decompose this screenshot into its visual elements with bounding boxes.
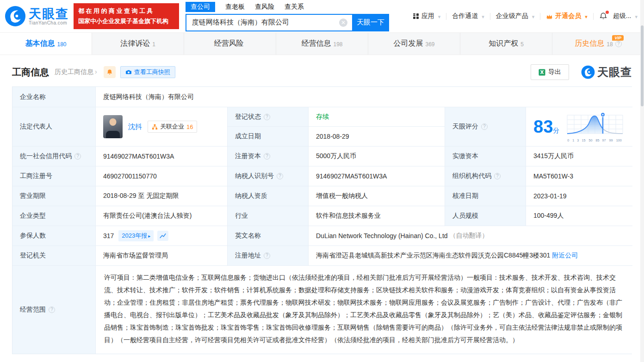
industry-value: 软件和信息技术服务业 <box>309 206 445 226</box>
scrollbar-thumb[interactable] <box>641 25 644 106</box>
watermark-text: 天眼查 <box>597 65 632 80</box>
legal-rep-avatar[interactable] <box>103 115 123 138</box>
tab-operating-risk[interactable]: 经营风险 <box>184 33 276 55</box>
crown-icon <box>546 13 553 19</box>
view-business-snapshot-button[interactable]: 查看工商快照 <box>120 66 175 78</box>
nav-vip[interactable]: 开通会员 <box>546 12 588 20</box>
chevron-down-icon <box>480 12 484 20</box>
company-name-label: 企业名称 <box>12 87 96 107</box>
tab-basic-info[interactable]: 基本信息180 <box>0 33 92 55</box>
search-tab-risk[interactable]: 查风险 <box>255 2 274 12</box>
approval-date-value: 2023-01-19 <box>526 186 632 206</box>
tianyancha-logo[interactable]: 天眼查 TianYanCha.com <box>5 6 69 27</box>
help-icon[interactable] <box>74 153 81 160</box>
taxpayer-id-value: 91469027MA5T601W3A <box>309 166 445 186</box>
tab-intellectual-property[interactable]: 知识产权5 <box>460 33 552 55</box>
detail-tabs: 基本信息180 法律诉讼1 经营风险 经营信息198 公司发展369 知识产权5… <box>0 32 644 55</box>
established-value: 2018-08-29 <box>309 127 445 147</box>
reg-authority-value: 海南省市场监督管理局 <box>96 246 228 266</box>
logo-domain: TianYanCha.com <box>29 20 69 25</box>
help-icon[interactable] <box>481 123 488 130</box>
logo-text: 天眼查 <box>29 7 69 20</box>
auto-translate-note: （自动翻译） <box>449 232 488 240</box>
paid-capital-label: 实缴资本 <box>445 147 526 166</box>
tab-history-info[interactable]: VIP 历史信息18 <box>552 33 644 55</box>
trend-chart-button[interactable] <box>157 231 168 241</box>
help-icon[interactable] <box>264 153 270 160</box>
search-tabs: 查公司 查老板 查风险 查关系 <box>186 1 389 13</box>
taxpayer-quality-label: 纳税人资质 <box>228 186 309 206</box>
notifications-bell[interactable] <box>599 12 607 20</box>
org-code-label: 组织机构代码 <box>445 166 526 186</box>
search-area: 查公司 查老板 查风险 查关系 天眼一下 <box>186 1 389 31</box>
help-icon[interactable] <box>615 41 622 47</box>
tab-business-info[interactable]: 经营信息198 <box>276 33 368 55</box>
taxpayer-quality-value: 增值税一般纳税人 <box>309 186 445 206</box>
org-code-value: MA5T601W-3 <box>526 166 632 186</box>
chevron-down-icon <box>633 12 638 20</box>
bell-icon <box>106 69 113 75</box>
history-business-info-link[interactable]: 历史工商信息 <box>55 68 97 76</box>
search-tab-boss[interactable]: 查老板 <box>225 2 245 12</box>
help-icon[interactable] <box>277 173 283 179</box>
nav-partner[interactable]: 合作通道 <box>452 12 484 20</box>
annual-report-badge[interactable]: 2023年报 <box>118 230 154 241</box>
staff-size-value: 100-499人 <box>526 206 632 226</box>
scrollbar <box>640 0 644 362</box>
english-name-value: DuLian Network Technology (Hainan) Co., … <box>309 226 632 246</box>
paid-capital-value: 3415万人民币 <box>526 147 632 166</box>
insured-count-value: 317 2023年报 <box>96 226 228 246</box>
business-scope-value: 许可项目：第二类增值电信业务；互联网信息服务；货物进出口（依法须经批准的项目，经… <box>96 266 632 354</box>
nav-apps[interactable]: 应用 <box>413 12 441 20</box>
help-icon[interactable] <box>494 173 501 179</box>
chevron-down-icon <box>531 12 535 20</box>
reg-authority-label: 登记机关 <box>12 246 96 266</box>
tab-legal-proceedings[interactable]: 法律诉讼1 <box>92 33 184 55</box>
company-type-value: 有限责任公司(港澳台法人独资) <box>96 206 228 226</box>
nav-enterprise[interactable]: 企业级产品 <box>496 12 535 20</box>
english-name-label: 英文名称 <box>228 226 309 246</box>
help-icon[interactable] <box>49 307 55 313</box>
chevron-down-icon <box>583 12 588 20</box>
nav-super-vip[interactable]: 超级... <box>613 12 638 20</box>
search-input[interactable] <box>186 14 352 31</box>
section-title: 工商信息 <box>12 66 49 79</box>
svg-text:X: X <box>540 69 544 75</box>
logo-swirl-icon <box>581 65 595 79</box>
search-button[interactable]: 天眼一下 <box>352 14 389 31</box>
company-name-value: 度链网络科技（海南）有限公司 <box>96 87 632 107</box>
export-button[interactable]: X 导出 <box>531 64 569 80</box>
business-info-table: 企业名称 度链网络科技（海南）有限公司 法定代表人 沈抖 关联企业 16 登记状… <box>12 86 632 354</box>
reg-number-label: 工商注册号 <box>12 166 96 186</box>
score-distribution-chart: 0131550859799100 <box>564 111 625 142</box>
insured-count-label: 参保人数 <box>12 226 96 246</box>
help-icon[interactable] <box>264 252 270 259</box>
approval-date-label: 核准日期 <box>445 186 526 206</box>
monitor-bell-button[interactable] <box>104 66 116 78</box>
staff-size-label: 人员规模 <box>445 206 526 226</box>
chevron-down-icon <box>437 12 441 20</box>
clear-icon[interactable] <box>339 18 347 27</box>
logo-swirl-icon <box>5 6 26 27</box>
org-tree-icon <box>152 124 158 130</box>
help-icon[interactable] <box>264 114 270 120</box>
grid-icon <box>413 13 419 19</box>
search-tab-company[interactable]: 查公司 <box>186 2 215 12</box>
vip-badge: VIP <box>612 35 624 41</box>
search-tab-relation[interactable]: 查关系 <box>285 2 304 12</box>
credit-code-value: 91469027MA5T601W3A <box>96 147 228 166</box>
nearby-companies-link[interactable]: 附近公司 <box>552 252 578 260</box>
promo-line-2: 国家中小企业发展子基金旗下机构 <box>78 17 174 25</box>
address-value: 海南省澄迈县老城镇高新技术产业示范区海南生态软件园沃克公园C8845幢3楼301… <box>309 246 632 266</box>
watermark-logo: 天眼查 <box>581 65 632 80</box>
business-term-value: 2018-08-29 至 无固定期限 <box>96 186 228 206</box>
tab-company-development[interactable]: 公司发展369 <box>368 33 460 55</box>
legal-rep-link[interactable]: 沈抖 <box>128 123 142 131</box>
established-label: 成立日期 <box>228 127 309 147</box>
divider <box>540 13 540 20</box>
related-companies-badge[interactable]: 关联企业 16 <box>148 121 197 133</box>
score-axis-ticks: 0131550859799100 <box>567 138 622 142</box>
top-header: 天眼查 TianYanCha.com 都在用的商业查询工具 国家中小企业发展子基… <box>0 0 644 32</box>
credit-code-label: 统一社会信用代码 <box>12 147 96 166</box>
reg-capital-label: 注册资本 <box>228 147 309 166</box>
